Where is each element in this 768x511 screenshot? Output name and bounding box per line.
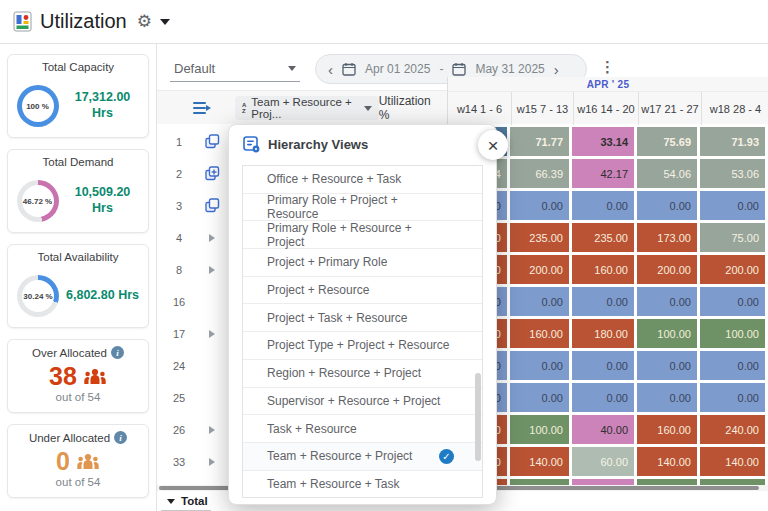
sort-az-icon: AZ xyxy=(242,102,246,114)
grid-header-weeks: APR ' 25 w14 1 - 6w15 7 - 13w16 14 - 20w… xyxy=(447,77,768,125)
value-cell[interactable]: 75.69 xyxy=(637,127,697,156)
value-cell[interactable]: 100.00 xyxy=(510,415,569,444)
value-cell[interactable]: 0.00 xyxy=(700,383,765,412)
value-cell[interactable]: 75.00 xyxy=(700,223,765,252)
row-number: 24 xyxy=(160,351,198,380)
hierarchy-views-modal: × Hierarchy Views Office + Resource + Ta… xyxy=(228,124,497,505)
value-cell[interactable]: 40.00 xyxy=(572,415,634,444)
next-period-button[interactable]: › xyxy=(554,62,559,77)
utilization-column-header: Utilization % xyxy=(379,94,447,122)
hierarchy-option-region-resource-project[interactable]: Region + Resource + Project xyxy=(243,360,482,388)
view-preset-select[interactable]: Default xyxy=(170,56,300,82)
value-cell[interactable]: 173.00 xyxy=(637,223,697,252)
date-end-value[interactable]: May 31 2025 xyxy=(475,62,544,76)
value-cell[interactable]: 160.00 xyxy=(572,255,634,284)
hierarchy-option-project-type-project-resource[interactable]: Project Type + Project + Resource xyxy=(243,332,482,360)
hierarchy-option-office-resource-task[interactable]: Office + Resource + Task xyxy=(243,166,482,194)
chevron-down-icon[interactable] xyxy=(160,19,170,25)
value-cell[interactable]: 0.00 xyxy=(700,351,765,380)
value-cell[interactable]: 0.00 xyxy=(510,191,569,220)
option-label: Primary Role + Project + Resource xyxy=(267,193,452,221)
value-cell[interactable]: 0.00 xyxy=(572,287,634,316)
hours-value: 10,509.20 Hrs xyxy=(66,185,140,216)
value-cell[interactable]: 0.00 xyxy=(700,287,765,316)
card-title: Total Capacity xyxy=(42,61,114,73)
close-icon[interactable]: × xyxy=(478,130,508,160)
value-cell[interactable]: 235.00 xyxy=(510,223,569,252)
hierarchy-option-task-resource[interactable]: Task + Resource xyxy=(243,415,482,443)
value-cell[interactable]: 140.00 xyxy=(637,447,697,476)
expand-icon[interactable] xyxy=(209,266,215,274)
expand-icon[interactable] xyxy=(209,458,215,466)
percent-donut: 100 % xyxy=(17,85,59,127)
info-icon[interactable]: i xyxy=(111,346,124,359)
gear-icon[interactable]: ⚙ xyxy=(137,13,152,30)
prev-period-button[interactable]: ‹ xyxy=(328,62,333,77)
expand-icon[interactable] xyxy=(209,426,215,434)
value-cell[interactable]: 71.77 xyxy=(510,127,569,156)
value-cell[interactable]: 54.06 xyxy=(637,159,697,188)
value-cell[interactable]: 100.00 xyxy=(637,319,697,348)
hierarchy-icon[interactable] xyxy=(193,101,211,115)
percent-value: 30.24 % xyxy=(22,280,54,312)
value-cell[interactable]: 100.00 xyxy=(700,319,765,348)
value-cell[interactable]: 0.00 xyxy=(700,191,765,220)
utilization-page-icon xyxy=(13,11,32,32)
value-cell[interactable]: 0.00 xyxy=(572,191,634,220)
value-cell[interactable]: 66.39 xyxy=(510,159,569,188)
summary-card-over-allocated: Over Allocatedi38out of 54 xyxy=(7,339,149,413)
allocated-count: 0 xyxy=(56,449,70,474)
value-cell[interactable]: 42.17 xyxy=(572,159,634,188)
value-cell[interactable]: 71.93 xyxy=(700,127,765,156)
value-cell[interactable]: 235.00 xyxy=(572,223,634,252)
value-cell[interactable]: 140.00 xyxy=(510,447,569,476)
grid-header-left: AZ Team + Resource + Proj... Utilization… xyxy=(157,91,447,125)
hierarchy-option-project-primary-role[interactable]: Project + Primary Role xyxy=(243,249,482,277)
value-cell[interactable]: 0.00 xyxy=(637,191,697,220)
value-cell[interactable]: 0.00 xyxy=(510,287,569,316)
value-cell[interactable]: 0.00 xyxy=(510,383,569,412)
value-cell[interactable]: 0.00 xyxy=(637,383,697,412)
hierarchy-view-value: Team + Resource + Proj... xyxy=(251,96,358,120)
value-cell[interactable]: 240.00 xyxy=(700,415,765,444)
modal-scrollbar-thumb[interactable] xyxy=(475,373,481,461)
value-cell[interactable]: 0.00 xyxy=(572,351,634,380)
value-cell[interactable]: 0.00 xyxy=(637,351,697,380)
value-cell[interactable]: 0.00 xyxy=(510,351,569,380)
hierarchy-option-project-resource[interactable]: Project + Resource xyxy=(243,277,482,305)
row-number: 3 xyxy=(160,191,198,220)
more-options-icon[interactable]: ⋮ xyxy=(600,58,615,76)
total-row-toggle[interactable]: Total xyxy=(167,495,208,507)
hierarchy-option-project-task-resource[interactable]: Project + Task + Resource xyxy=(243,304,482,332)
info-icon[interactable]: i xyxy=(114,431,127,444)
value-cell[interactable]: 180.00 xyxy=(572,319,634,348)
expand-icon[interactable] xyxy=(209,330,215,338)
value-cell[interactable]: 160.00 xyxy=(510,319,569,348)
value-cell[interactable]: 0.00 xyxy=(637,287,697,316)
value-cell[interactable]: 33.14 xyxy=(572,127,634,156)
copy-icon[interactable] xyxy=(205,134,220,149)
total-label: Total xyxy=(181,495,208,507)
value-cell[interactable]: 200.00 xyxy=(700,255,765,284)
hierarchy-option-supervisor-resource-project[interactable]: Supervisor + Resource + Project xyxy=(243,388,482,416)
value-cell[interactable]: 200.00 xyxy=(637,255,697,284)
hierarchy-option-primary-role-project-resource[interactable]: Primary Role + Project + Resource xyxy=(243,194,482,222)
hierarchy-options-list: Office + Resource + TaskPrimary Role + P… xyxy=(242,165,483,498)
hierarchy-option-team-resource-project[interactable]: Team + Resource + Project✓ xyxy=(243,443,482,471)
copy-plus-icon[interactable] xyxy=(205,166,220,181)
value-cell[interactable]: 160.00 xyxy=(637,415,697,444)
value-cell[interactable]: 53.06 xyxy=(700,159,765,188)
view-preset-value: Default xyxy=(174,61,215,76)
copy-icon[interactable] xyxy=(205,198,220,213)
value-cell[interactable]: 0.00 xyxy=(572,383,634,412)
date-start-value[interactable]: Apr 01 2025 xyxy=(365,62,430,76)
hierarchy-view-dropdown[interactable]: AZ Team + Resource + Proj... xyxy=(235,96,379,120)
week-column-header: w15 7 - 13 xyxy=(511,92,573,125)
hierarchy-option-primary-role-resource-project[interactable]: Primary Role + Resource + Project xyxy=(243,221,482,249)
value-cell[interactable]: 140.00 xyxy=(700,447,765,476)
hierarchy-option-team-resource-task[interactable]: Team + Resource + Task xyxy=(243,471,482,498)
value-cell[interactable]: 200.00 xyxy=(510,255,569,284)
value-cell[interactable]: 60.00 xyxy=(572,447,634,476)
row-number: 4 xyxy=(160,223,198,252)
expand-icon[interactable] xyxy=(209,234,215,242)
